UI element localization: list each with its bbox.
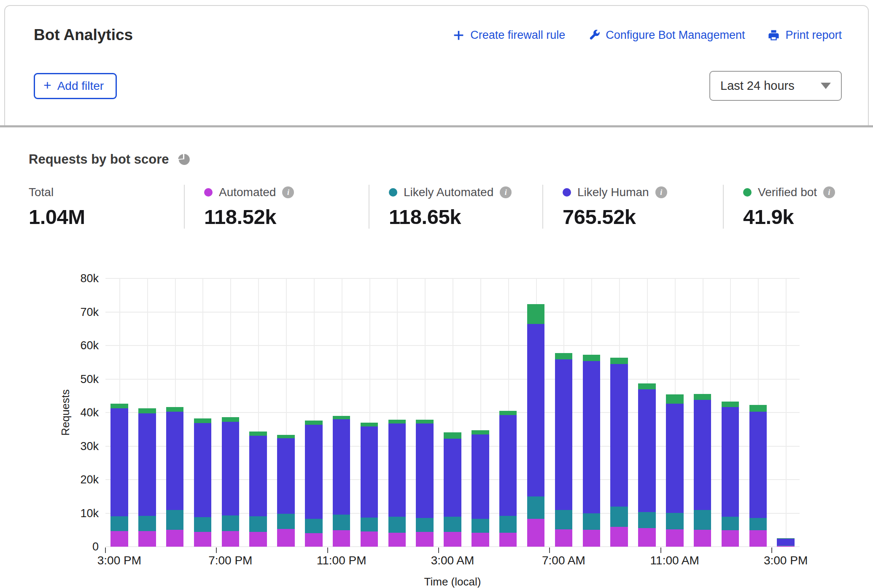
bar-segment-verified-bot — [555, 353, 572, 359]
header-row: Bot Analytics Create firewall ruleConfig… — [34, 26, 842, 44]
stat-likely-automated: Likely Automatedi118.65k — [369, 185, 542, 229]
bar-segment-automated — [249, 532, 267, 547]
bar-segment-automated — [583, 530, 600, 547]
bar-segment-likely-human — [583, 361, 600, 513]
bar-segment-automated — [555, 529, 572, 547]
stacked-bar — [388, 278, 406, 547]
stat-label: Automated — [219, 186, 276, 199]
bar-segment-verified-bot — [166, 407, 183, 412]
bar-segment-likely-human — [249, 436, 267, 517]
info-icon[interactable]: i — [500, 186, 512, 198]
bar-segment-likely-human — [361, 426, 378, 518]
x-axis-tick — [327, 548, 328, 553]
bar-segment-likely-human — [166, 412, 183, 510]
bar-segment-likely-automated — [666, 513, 683, 530]
bar-column-400pm — [133, 278, 161, 547]
stacked-bar — [333, 278, 350, 547]
bar-segment-automated — [666, 529, 683, 547]
info-icon[interactable]: i — [655, 186, 667, 198]
bar-segment-automated — [638, 528, 655, 547]
bar-segment-likely-human — [305, 425, 322, 519]
bar-column-1100am — [661, 278, 689, 547]
stacked-bar — [666, 278, 683, 547]
x-axis-tick — [438, 548, 439, 553]
bar-segment-likely-automated — [555, 510, 572, 529]
x-tick-label: 3:00 PM — [764, 554, 808, 567]
stacked-bar — [416, 278, 433, 547]
legend-dot — [389, 188, 397, 197]
bar-segment-likely-automated — [694, 510, 711, 530]
info-icon[interactable]: i — [823, 186, 835, 198]
bar-segment-automated — [388, 533, 406, 547]
bar-segment-verified-bot — [583, 355, 600, 361]
bar-segment-verified-bot — [138, 408, 156, 413]
stacked-bar — [110, 278, 128, 547]
info-icon[interactable]: i — [282, 186, 294, 198]
bar-segment-automated — [361, 531, 378, 547]
add-filter-button[interactable]: + Add filter — [34, 73, 117, 99]
stacked-bar — [694, 278, 711, 547]
bar-segment-verified-bot — [222, 417, 239, 422]
bar-segment-likely-human — [555, 359, 572, 510]
bar-segment-likely-automated — [416, 518, 433, 532]
bar-column-100am — [383, 278, 411, 547]
bar-segment-automated — [610, 527, 628, 547]
bar-segment-automated — [694, 530, 711, 547]
y-tick-label: 80k — [80, 272, 99, 285]
stacked-bar — [277, 278, 294, 547]
x-axis-tick — [771, 548, 772, 553]
stat-verified-bot: Verified boti41.9k — [723, 185, 847, 229]
bar-column-1000am — [633, 278, 661, 547]
bar-segment-automated — [499, 533, 517, 547]
bar-segment-verified-bot — [110, 404, 128, 408]
bar-segment-automated — [527, 519, 544, 547]
print-report-link[interactable]: Print report — [768, 29, 842, 42]
bar-column-1000pm — [300, 278, 328, 547]
create-firewall-rule-link[interactable]: Create firewall rule — [453, 29, 565, 42]
stat-value: 118.65k — [389, 205, 532, 229]
stat-label: Verified bot — [758, 186, 817, 199]
time-range-dropdown[interactable]: Last 24 hours — [709, 71, 842, 101]
bar-segment-verified-bot — [499, 411, 517, 415]
bar-segment-likely-human — [444, 439, 461, 517]
y-tick-label: 10k — [80, 507, 99, 520]
bar-column-300pm — [105, 278, 133, 547]
legend-dot — [743, 188, 752, 197]
configure-bot-management-link[interactable]: Configure Bot Management — [588, 29, 745, 42]
stacked-bar — [194, 278, 211, 547]
bar-column-100pm — [717, 278, 744, 547]
x-axis-tick — [660, 548, 661, 553]
x-tick-label: 7:00 PM — [208, 554, 252, 567]
y-tick-label: 20k — [80, 473, 99, 486]
bar-segment-likely-human — [277, 438, 294, 514]
requests-chart: Requests 010k20k30k40k50k60k70k80k 3:00 … — [29, 278, 847, 588]
bar-segment-verified-bot — [666, 394, 683, 404]
stacked-bar — [249, 278, 267, 547]
section-title: Requests by bot score — [29, 152, 169, 167]
bar-segment-likely-human — [749, 412, 767, 518]
x-tick-label: 3:00 AM — [431, 554, 474, 567]
stacked-bar — [777, 278, 794, 547]
bar-column-300pm — [772, 278, 800, 547]
bar-column-400am — [466, 278, 494, 547]
bar-segment-likely-human — [694, 400, 711, 510]
bar-segment-likely-human — [388, 423, 406, 517]
x-axis-tick — [216, 548, 217, 553]
plot-area: 010k20k30k40k50k60k70k80k — [105, 278, 800, 547]
bar-segment-verified-bot — [749, 405, 767, 412]
bar-segment-likely-human — [722, 407, 739, 517]
bar-segment-likely-automated — [388, 517, 406, 532]
bar-column-200am — [411, 278, 439, 547]
bar-segment-automated — [305, 533, 322, 547]
y-tick-label: 70k — [80, 305, 99, 318]
action-label: Create firewall rule — [470, 29, 565, 42]
bar-segment-automated — [749, 530, 767, 547]
bar-segment-verified-bot — [249, 432, 267, 436]
bar-segment-verified-bot — [527, 304, 544, 324]
bar-segment-automated — [194, 532, 211, 547]
x-tick-label: 7:00 AM — [542, 554, 585, 567]
y-tick-label: 40k — [80, 406, 99, 419]
x-axis-tick — [105, 548, 106, 553]
bars-container — [105, 278, 800, 547]
stats-row: Total1.04MAutomatedi118.52kLikely Automa… — [29, 185, 847, 229]
